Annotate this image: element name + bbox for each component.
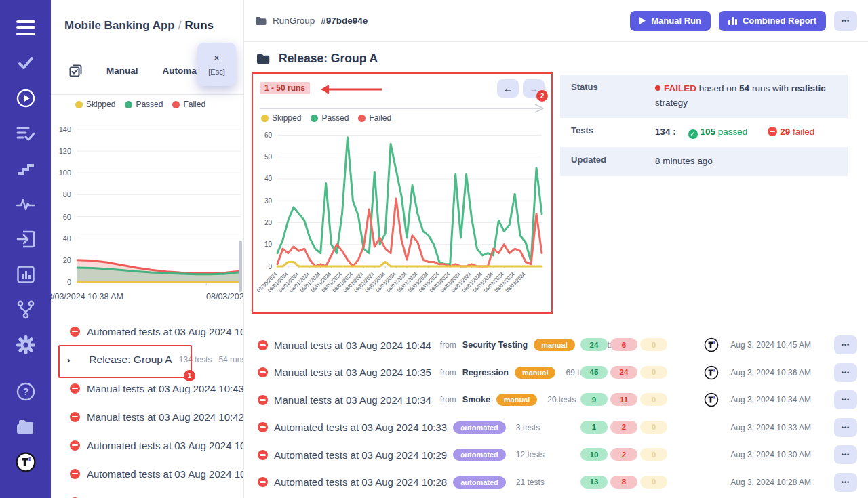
group-heading: Release: Group A	[256, 51, 378, 66]
run-type-pill: manual	[534, 339, 575, 351]
menu-icon[interactable]	[16, 18, 36, 38]
list-check-icon[interactable]	[16, 123, 36, 144]
run-type-pill: automated	[453, 449, 506, 461]
run-type-pill: automated	[453, 476, 506, 489]
passed-badge: 9	[580, 393, 608, 406]
sidebar-run-item[interactable]: Automated tests at 03 Aug 2024 1	[51, 488, 244, 498]
sidebar-run-item[interactable]: Automated tests at 03 Aug 2024 10	[51, 431, 244, 459]
failed-status-icon	[70, 383, 80, 394]
svg-text:100: 100	[59, 169, 71, 177]
row-more-button[interactable]: •••	[834, 473, 857, 492]
run-title[interactable]: Automated tests at 03 Aug 2024 10:33	[274, 421, 447, 433]
pager-prev-button[interactable]: ←	[497, 79, 519, 98]
svg-text:20: 20	[264, 219, 273, 226]
play-circle-icon[interactable]	[16, 88, 36, 108]
select-all-icon[interactable]	[68, 64, 82, 77]
row-more-button[interactable]: •••	[834, 390, 857, 409]
close-icon[interactable]: ×	[214, 53, 220, 64]
timeline-arrow-icon	[260, 104, 546, 113]
testomat-logo	[704, 337, 719, 352]
run-timestamp: Aug 3, 2024 10:30 AM	[730, 450, 811, 459]
runs-area-chart: 020406080100120140	[54, 112, 242, 290]
run-item-label: Manual tests at 03 Aug 2024 10:43	[87, 383, 244, 394]
sidebar-run-folder[interactable]: ›Release: Group A134 tests54 runs	[51, 346, 244, 374]
legend-label: Skipped	[86, 100, 115, 109]
sign-in-icon[interactable]	[16, 229, 36, 249]
group-details: Status FAILED based on 54 runs with real…	[560, 75, 848, 176]
failed-badge: 6	[610, 338, 637, 351]
from-label: from	[440, 395, 456, 404]
svg-text:60: 60	[63, 213, 71, 221]
row-more-button[interactable]: •••	[834, 335, 857, 354]
testomat-logo[interactable]	[16, 452, 36, 472]
git-branch-icon[interactable]	[16, 299, 36, 320]
run-item-label: Automated tests at 03 Aug 2024 10	[87, 326, 244, 337]
chart-pager: ← → 2	[497, 79, 545, 98]
updated-label: Updated	[571, 154, 655, 169]
main-topbar: RunGroup #97bde94e Manual Run Combined R…	[244, 0, 868, 42]
sidebar-run-item[interactable]: Manual tests at 03 Aug 2024 10:43	[51, 374, 244, 402]
from-label: from	[440, 368, 456, 377]
chevron-right-icon[interactable]: ›	[67, 355, 70, 365]
passed-badge: 24	[580, 338, 608, 351]
legend-dot-icon	[172, 101, 180, 108]
sidebar-run-item[interactable]: Automated tests at 03 Aug 2024 10	[51, 459, 244, 488]
app-root: ? Mobile Banking App/Runs Manual Automat…	[0, 0, 868, 498]
topbar-more-button[interactable]: •••	[834, 11, 857, 31]
sidebar-run-item[interactable]: Manual tests at 03 Aug 2024 10:42	[51, 402, 244, 431]
run-row[interactable]: Automated tests at 03 Aug 2024 10:33auto…	[244, 414, 868, 442]
row-more-button[interactable]: •••	[834, 418, 857, 437]
run-title[interactable]: Manual tests at 03 Aug 2024 10:44	[274, 339, 431, 351]
failed-status-icon	[258, 450, 268, 460]
run-row[interactable]: Manual tests at 03 Aug 2024 10:34fromSmo…	[244, 386, 868, 414]
run-row[interactable]: Manual tests at 03 Aug 2024 10:35fromReg…	[244, 359, 868, 387]
skipped-badge: 0	[640, 448, 667, 461]
activity-icon[interactable]	[16, 194, 36, 214]
row-more-button[interactable]: •••	[834, 445, 857, 464]
result-badges: 45240	[580, 366, 667, 379]
run-title[interactable]: Manual tests at 03 Aug 2024 10:34	[274, 394, 431, 406]
detail-row-status: Status FAILED based on 54 runs with real…	[560, 75, 848, 118]
legend-dot-icon	[311, 115, 318, 122]
bar-chart-icon[interactable]	[16, 264, 36, 285]
suite-name: Regression	[462, 368, 509, 377]
help-circle-icon[interactable]: ?	[16, 381, 36, 402]
tests-label: Tests	[571, 125, 655, 140]
row-more-button[interactable]: •••	[834, 363, 857, 382]
combined-report-button[interactable]: Combined Report	[719, 11, 826, 31]
manual-run-button[interactable]: Manual Run	[630, 11, 711, 31]
sidebar: ?	[0, 0, 51, 498]
legend-label: Failed	[183, 100, 205, 109]
tests-count: 3 tests	[516, 423, 540, 432]
esc-hint: [Esc]	[208, 68, 224, 76]
folders-icon[interactable]	[16, 417, 36, 437]
sidebar-run-item[interactable]: Automated tests at 03 Aug 2024 10	[51, 317, 244, 346]
tabs-divider	[51, 94, 243, 95]
reporter-logo	[704, 392, 719, 410]
left-panel-scrollbar[interactable]	[239, 241, 242, 292]
run-row[interactable]: Manual tests at 03 Aug 2024 10:44fromSec…	[244, 331, 868, 359]
failed-badge: 2	[610, 421, 637, 434]
run-row[interactable]: Automated tests at 03 Aug 2024 10:29auto…	[244, 441, 868, 469]
annotation-badge-1: 1	[184, 370, 195, 381]
failed-status-icon	[70, 412, 80, 422]
run-folder-label: Release: Group A	[89, 354, 172, 366]
run-title[interactable]: Automated tests at 03 Aug 2024 10:28	[274, 476, 447, 488]
svg-text:40: 40	[63, 234, 71, 243]
steps-icon[interactable]	[16, 159, 36, 179]
legend-label: Passed	[321, 113, 349, 123]
check-circle-icon: ✓	[688, 129, 698, 139]
legend-item: Skipped	[75, 100, 115, 109]
check-icon[interactable]	[16, 53, 36, 73]
gear-icon[interactable]	[16, 335, 36, 355]
testomat-logo	[704, 392, 719, 407]
x-tick-right: 08/03/2024 10:39	[206, 292, 244, 302]
main-chart-legend: SkippedPassedFailed	[261, 113, 391, 123]
folder-tests-count: 134 tests	[179, 355, 212, 365]
play-icon	[639, 17, 646, 24]
breadcrumb-project[interactable]: Mobile Banking App	[64, 19, 175, 32]
tab-manual[interactable]: Manual	[106, 66, 138, 76]
run-title[interactable]: Manual tests at 03 Aug 2024 10:35	[274, 367, 431, 378]
run-title[interactable]: Automated tests at 03 Aug 2024 10:29	[274, 449, 447, 461]
run-row[interactable]: Automated tests at 03 Aug 2024 10:28auto…	[244, 469, 868, 497]
